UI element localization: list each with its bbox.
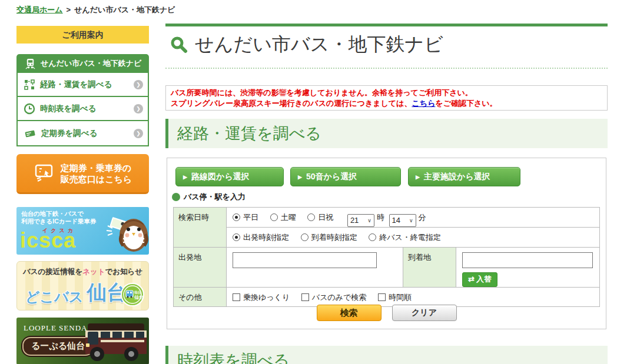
sidebar-nav-header: せんだい市バス・地下鉄ナビ [16,54,149,73]
section-timetable-title: 時刻表を調べる [165,346,608,364]
swap-icon: ⇄ [468,275,475,283]
search-icon [170,36,188,54]
arrival-cell: ⇄入替 [456,247,600,287]
icsca-logo: icsca [20,228,76,253]
icsca-banner-text: 仙台の地下鉄・バスで 利用できるICカード乗車券 [21,210,96,225]
select-from-route-map-button[interactable]: ▶ 路線図から選択 [175,167,284,186]
select-from-facility-label: 主要施設から選択 [424,172,490,182]
sidebar-item-label: 時刻表を調べる [40,103,96,114]
dokobus-banner[interactable]: バスの接近情報をネットでお知らせ どこバス 仙台 仙台 仙台 [16,261,149,310]
checkbox-icon[interactable] [233,293,240,301]
other-options-row: 乗換ゆっくり バスのみで検索 時間順 [227,287,600,306]
ticket-window-icon [34,163,55,183]
guide-button[interactable]: ご利用案内 [16,26,149,44]
departure-label: 出発地 [174,247,227,287]
radio-arrival-time[interactable]: 到着時刻指定 [301,233,357,242]
departure-cell [227,247,403,287]
radio-icon[interactable] [233,213,240,221]
sidebar-item-label: 定期券を調べる [41,128,97,139]
checkbox-relaxed-transfer[interactable]: 乗換ゆっくり [233,293,290,302]
dokobus-banner-text: バスの接近情報をネットでお知らせ [17,267,148,277]
radio-icon[interactable] [307,213,315,221]
arrival-input[interactable] [462,252,593,268]
sidebar-item-label: 経路・運賃を調べる [40,79,112,90]
hour-select[interactable]: 21∨ [347,214,374,227]
svg-text:仙台: 仙台 [134,294,144,300]
time-type-row: 出発時刻指定 到着時刻指定 終バス・終電指定 [227,227,600,247]
page: 交通局ホーム>せんだい市バス・地下鉄ナビ ご利用案内 せんだい市バス・地下鉄ナビ… [0,0,617,364]
svg-text:仙台: 仙台 [134,290,141,295]
triangle-icon: ▶ [298,174,302,180]
page-title: せんだい市バス・地下鉄ナビ [195,32,443,58]
minute-suffix: 分 [419,213,426,222]
notice-box: バス所要時間には、渋滞等の影響を考慮しておりません。余裕を持ってご利用下さい。 … [165,85,608,111]
section-route-fare-title: 経路・運賃を調べる [165,119,608,148]
checkbox-icon[interactable] [378,293,386,301]
search-form-table: 検索日時 平日 土曜 日祝 21∨時 14∨分 出発時刻指定 到着時刻指定 終バ… [173,207,600,307]
sidebar-nav-header-label: せんだい市バス・地下鉄ナビ [41,58,141,69]
radio-holiday[interactable]: 日祝 [307,213,333,222]
sidebar-nav: 経路・運賃を調べる ❯ 時刻表を調べる ❯ 定期券を調べる ❯ [16,73,149,146]
radio-saturday[interactable]: 土曜 [270,213,296,222]
triangle-icon: ▶ [183,174,187,180]
select-from-syllabary-button[interactable]: ▶ 50音から選択 [290,167,401,186]
radio-icon[interactable] [270,213,278,221]
chevron-right-icon: ❯ [134,80,143,89]
dotted-divider [165,68,608,69]
checkbox-icon[interactable] [301,293,309,301]
hour-suffix: 時 [377,213,384,222]
loople-banner[interactable]: LOOPLE SENDAI るーぷる仙台 [16,318,149,364]
breadcrumb-home-link[interactable]: 交通局ホーム [16,5,63,14]
sales-counter-button[interactable]: 定期券・乗車券の 販売窓口はこちら [16,154,149,194]
sidebar-item-commuter-pass[interactable]: 定期券を調べる ❯ [18,121,148,145]
ticket-icon [24,128,37,139]
departure-input[interactable] [233,252,377,268]
radio-departure-time[interactable]: 出発時刻指定 [233,233,289,242]
datetime-label: 検索日時 [174,208,227,248]
sparrow-mascot-icon [99,208,149,255]
triangle-icon: ▶ [416,174,420,180]
notice-line-1: バス所要時間には、渋滞等の影響を考慮しておりません。余裕を持ってご利用下さい。 [171,88,602,98]
other-label: その他 [174,287,227,306]
sales-counter-label: 定期券・乗車券の 販売窓口はこちら [61,162,132,185]
dokobus-logo: どこバス 仙台 [25,279,127,306]
select-from-route-map-label: 路線図から選択 [191,172,250,182]
train-icon [25,58,36,69]
clock-icon [24,103,35,115]
chevron-right-icon: ❯ [134,104,143,113]
sidebar-item-timetable[interactable]: 時刻表を調べる ❯ [18,97,148,121]
day-type-row: 平日 土曜 日祝 21∨時 14∨分 [227,208,600,228]
stop-station-input-heading: バス停・駅を入力 [172,192,246,202]
notice-link[interactable]: こちら [412,99,435,108]
radio-last-bus-train[interactable]: 終バス・終電指定 [369,233,441,242]
page-title-row: せんだい市バス・地下鉄ナビ [170,32,443,58]
green-bullet-icon [172,193,180,201]
icsca-banner[interactable]: 仙台の地下鉄・バスで 利用できるICカード乗車券 イクスカ icsca [16,207,149,255]
radio-icon[interactable] [301,233,308,241]
sidebar-item-route-fare[interactable]: 経路・運賃を調べる ❯ [18,73,148,97]
top-accent-bar [165,24,608,26]
search-button[interactable]: 検索 [317,305,382,321]
loople-bus-image [79,320,149,364]
route-search-panel: ▶ 路線図から選択 ▶ 50音から選択 ▶ 主要施設から選択 バス停・駅を入力 … [167,158,606,329]
swap-button[interactable]: ⇄入替 [462,272,497,287]
dokobus-badge-icon: 仙台 仙台 [121,283,144,309]
checkbox-time-order[interactable]: 時間順 [378,293,412,302]
chevron-down-icon: ∨ [409,218,413,223]
radio-weekday[interactable]: 平日 [233,213,258,222]
form-actions: 検索 クリア [167,305,606,321]
arrival-label: 到着地 [403,247,456,287]
minute-select[interactable]: 14∨ [389,214,416,227]
clear-button[interactable]: クリア [392,305,457,321]
breadcrumb-separator: > [67,5,71,14]
notice-line-2: スプリングバレー泉高原スキー場行きのバスの運行につきましては、こちらをご確認下さ… [171,98,602,109]
chevron-right-icon: ❯ [134,129,143,138]
route-icon [24,79,35,91]
breadcrumb-current: せんだい市バス・地下鉄ナビ [74,5,175,14]
select-from-facility-button[interactable]: ▶ 主要施設から選択 [408,167,520,186]
checkbox-bus-only[interactable]: バスのみで検索 [301,293,367,302]
radio-icon[interactable] [369,233,376,241]
radio-icon[interactable] [233,233,240,241]
chevron-down-icon: ∨ [367,218,371,223]
select-from-syllabary-label: 50音から選択 [306,172,357,182]
